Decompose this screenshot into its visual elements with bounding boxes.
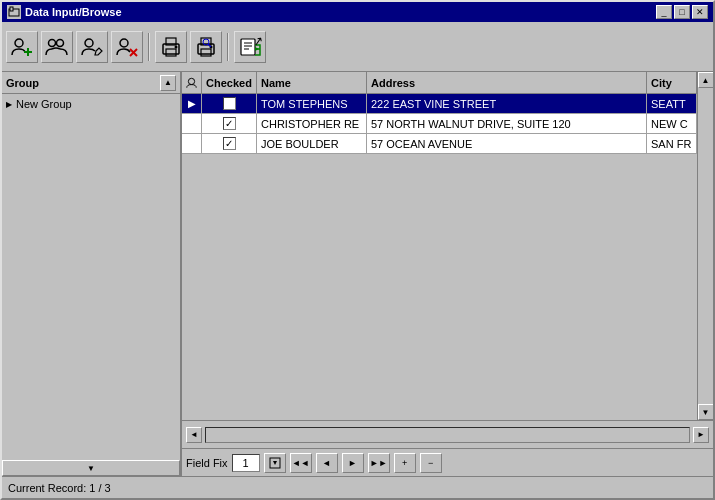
- scroll-left-button[interactable]: ◄: [186, 427, 202, 443]
- svg-point-5: [49, 39, 56, 46]
- scroll-down-button[interactable]: ▼: [698, 404, 714, 420]
- svg-rect-13: [166, 49, 176, 56]
- status-text: Current Record: 1 / 3: [8, 482, 111, 494]
- row-city-1: SEATT: [647, 94, 697, 113]
- nav-last-button[interactable]: ►►: [368, 453, 390, 473]
- scroll-up-button[interactable]: ▲: [698, 72, 714, 88]
- header-city: City: [647, 72, 697, 93]
- nav-selector-button[interactable]: [264, 453, 286, 473]
- checkbox-2[interactable]: [223, 117, 236, 130]
- title-bar-left: Data Input/Browse: [7, 5, 122, 19]
- main-window: Data Input/Browse _ □ ✕: [0, 0, 715, 500]
- row-name-1: TOM STEPHENS: [257, 94, 367, 113]
- maximize-button[interactable]: □: [674, 5, 690, 19]
- nav-prev-button[interactable]: ◄: [316, 453, 338, 473]
- main-area: Group ▲ ▶ New Group ▼: [2, 72, 713, 476]
- minimize-button[interactable]: _: [656, 5, 672, 19]
- print-button[interactable]: [155, 31, 187, 63]
- row-name-2: CHRISTOPHER RE: [257, 114, 367, 133]
- svg-point-26: [188, 78, 194, 84]
- row-name-3: JOE BOULDER: [257, 134, 367, 153]
- scroll-right-button[interactable]: ►: [693, 427, 709, 443]
- table-row[interactable]: CHRISTOPHER RE 57 NORTH WALNUT DRIVE, SU…: [182, 114, 697, 134]
- horizontal-scroll-track[interactable]: [205, 427, 690, 443]
- svg-marker-28: [273, 461, 277, 465]
- row-address-1: 222 EAST VINE STREET: [367, 94, 647, 113]
- name-col-label: Name: [261, 77, 291, 89]
- group-list: ▶ New Group: [2, 94, 180, 460]
- add-person-button[interactable]: [6, 31, 38, 63]
- left-panel-header: Group ▲: [2, 72, 180, 94]
- table-row[interactable]: JOE BOULDER 57 OCEAN AVENUE SAN FR: [182, 134, 697, 154]
- grid-header: Checked Name Address City: [182, 72, 697, 94]
- row-address-3: 57 OCEAN AVENUE: [367, 134, 647, 153]
- horizontal-scrollbar-bar: ◄ ►: [182, 420, 713, 448]
- row-indicator-3: [182, 134, 202, 153]
- group-header-label: Group: [6, 77, 39, 89]
- row-checked-1[interactable]: [202, 94, 257, 113]
- field-fix-input[interactable]: [232, 454, 260, 472]
- header-address: Address: [367, 72, 647, 93]
- left-panel: Group ▲ ▶ New Group ▼: [2, 72, 182, 476]
- grid-and-scroll: Checked Name Address City: [182, 72, 713, 420]
- header-checked: Checked: [202, 72, 257, 93]
- nav-add-button[interactable]: +: [394, 453, 416, 473]
- table-row[interactable]: ▶ TOM STEPHENS 222 EAST VINE STREET SEAT…: [182, 94, 697, 114]
- delete-person-button[interactable]: [111, 31, 143, 63]
- checkbox-3[interactable]: [223, 137, 236, 150]
- print-preview-button[interactable]: [190, 31, 222, 63]
- row-indicator-2: [182, 114, 202, 133]
- group-item-new-group[interactable]: ▶ New Group: [2, 94, 180, 114]
- vertical-scrollbar: ▲ ▼: [697, 72, 713, 420]
- row-indicator-1: ▶: [182, 94, 202, 113]
- cursor-arrow-icon: ▶: [188, 98, 196, 109]
- import-button[interactable]: ↗: [234, 31, 266, 63]
- header-indicator: [182, 72, 202, 93]
- grid-content: Checked Name Address City: [182, 72, 697, 420]
- title-controls: _ □ ✕: [656, 5, 708, 19]
- edit-person-button[interactable]: [76, 31, 108, 63]
- right-area: Checked Name Address City: [182, 72, 713, 476]
- address-col-label: Address: [371, 77, 415, 89]
- header-name: Name: [257, 72, 367, 93]
- svg-point-2: [15, 39, 23, 47]
- field-fix-label: Field Fix: [186, 457, 228, 469]
- separator-1: [148, 33, 150, 61]
- window-icon: [7, 5, 21, 19]
- svg-point-8: [120, 39, 128, 47]
- grid-body: ▶ TOM STEPHENS 222 EAST VINE STREET SEAT…: [182, 94, 697, 154]
- nav-next-button[interactable]: ►: [342, 453, 364, 473]
- svg-point-6: [57, 39, 64, 46]
- svg-point-14: [175, 45, 178, 48]
- row-city-3: SAN FR: [647, 134, 697, 153]
- group-item-arrow: ▶: [6, 100, 12, 109]
- close-button[interactable]: ✕: [692, 5, 708, 19]
- row-city-2: NEW C: [647, 114, 697, 133]
- checkbox-1[interactable]: [223, 97, 236, 110]
- nav-delete-button[interactable]: −: [420, 453, 442, 473]
- row-checked-2[interactable]: [202, 114, 257, 133]
- separator-2: [227, 33, 229, 61]
- title-bar: Data Input/Browse _ □ ✕: [2, 2, 713, 22]
- row-address-2: 57 NORTH WALNUT DRIVE, SUITE 120: [367, 114, 647, 133]
- status-bar: Current Record: 1 / 3: [2, 476, 713, 498]
- scroll-track[interactable]: [698, 88, 714, 404]
- svg-rect-1: [10, 7, 13, 11]
- group-scroll-down-button[interactable]: ▼: [2, 460, 180, 476]
- svg-rect-17: [201, 49, 211, 56]
- nav-first-button[interactable]: ◄◄: [290, 453, 312, 473]
- svg-point-7: [85, 39, 93, 47]
- view-persons-button[interactable]: [41, 31, 73, 63]
- city-col-label: City: [651, 77, 672, 89]
- group-scroll-up-button[interactable]: ▲: [160, 75, 176, 91]
- checked-col-label: Checked: [206, 77, 252, 89]
- row-checked-3[interactable]: [202, 134, 257, 153]
- group-item-label: New Group: [16, 98, 72, 110]
- nav-bar: Field Fix ◄◄ ◄ ► ►► + −: [182, 448, 713, 476]
- window-title: Data Input/Browse: [25, 6, 122, 18]
- toolbar: ↗: [2, 22, 713, 72]
